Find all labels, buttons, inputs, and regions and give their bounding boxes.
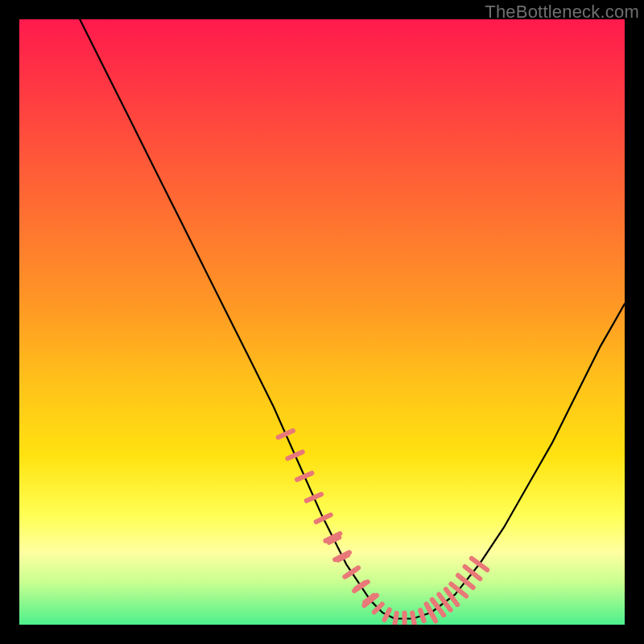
svg-line-4 — [316, 515, 331, 522]
svg-line-17 — [395, 613, 397, 625]
hash-marks-right-arm — [427, 559, 488, 621]
svg-line-3 — [307, 494, 321, 501]
watermark-text: TheBottleneck.com — [485, 2, 639, 23]
plot-area — [19, 19, 625, 625]
svg-line-28 — [465, 567, 481, 579]
svg-line-16 — [385, 609, 390, 620]
svg-line-13 — [356, 583, 365, 589]
svg-line-22 — [427, 604, 436, 621]
svg-line-26 — [451, 584, 466, 597]
svg-line-2 — [297, 473, 312, 480]
svg-line-29 — [472, 559, 487, 570]
svg-line-19 — [412, 613, 415, 624]
bottleneck-curve — [80, 19, 625, 619]
svg-line-20 — [420, 610, 423, 621]
svg-line-12 — [347, 569, 357, 576]
svg-line-0 — [279, 431, 293, 437]
curve-svg — [19, 19, 625, 625]
svg-line-27 — [458, 576, 473, 588]
hash-marks-left-arm — [279, 431, 377, 605]
chart-frame: TheBottleneck.com — [0, 0, 644, 644]
svg-line-1 — [287, 452, 302, 458]
